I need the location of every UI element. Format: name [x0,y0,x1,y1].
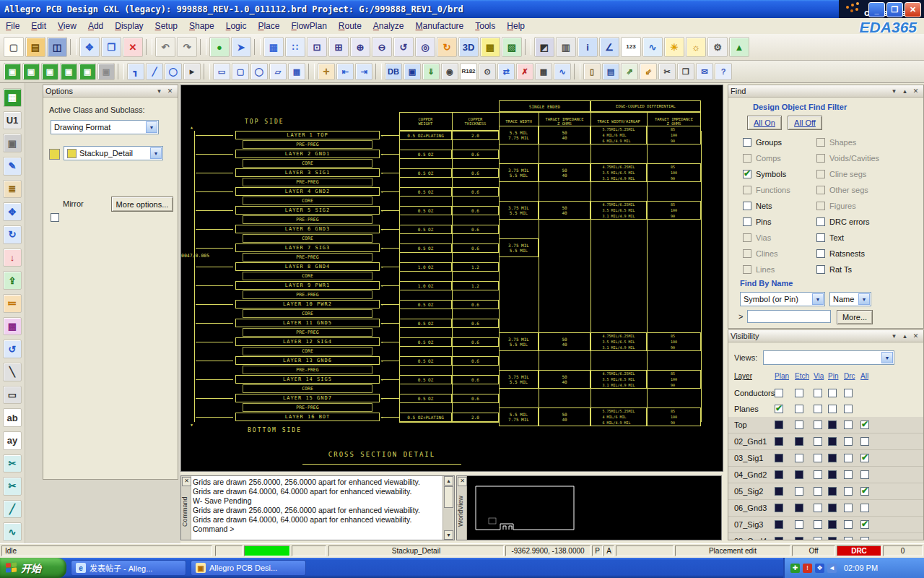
move-vertex-button[interactable]: ✥ [3,202,22,221]
camera-gray-button[interactable]: ▣ [3,134,22,152]
open-drawing-button[interactable]: ▤ [25,37,45,57]
select-tool-button[interactable]: ► [183,63,201,80]
class-dropdown[interactable]: Drawing Format ▼ [51,120,159,134]
menu-tools[interactable]: Tools [469,20,501,33]
close-icon[interactable]: ✕ [182,477,191,486]
spacing-h-button[interactable]: ⇤ [336,63,354,80]
open-board-2-button[interactable]: ▣ [22,63,40,80]
zoom-previous-button[interactable]: ↺ [393,37,414,57]
rect-draw-button[interactable]: ▭ [3,386,22,405]
color-dialog-button[interactable]: ▨ [502,37,522,57]
visibility-checkbox-etch[interactable] [795,470,803,479]
title-bar[interactable]: Allegro PCB Design GXL (legacy): 999888_… [0,0,924,18]
visibility-checkbox-all[interactable] [860,454,869,462]
visibility-checkbox-etch[interactable] [795,405,803,413]
visibility-checkbox-etch[interactable] [795,420,803,429]
visibility-checkbox-via[interactable] [814,537,822,540]
mosaic-colors-button[interactable]: ▩ [3,317,22,336]
column-link-via[interactable]: Via [814,372,824,380]
column-link-all[interactable]: All [860,372,868,380]
probe-tool-button[interactable]: ➤ [231,37,251,57]
all-on-button[interactable]: All On [747,116,782,130]
brightness-button[interactable]: ☼ [686,37,706,57]
property-edit-button[interactable]: ▥ [556,37,576,57]
start-button[interactable]: 开始 [0,558,66,578]
chevron-down-icon[interactable]: ▼ [150,147,162,159]
visibility-checkbox-drc[interactable] [844,487,853,496]
gear-button[interactable]: ⚙ [707,37,728,57]
views-dropdown[interactable]: ▼ [763,350,894,365]
visibility-checkbox-drc[interactable] [844,470,853,479]
scroll-up-icon[interactable]: ▲ [444,476,453,486]
visibility-checkbox-drc[interactable] [844,420,853,429]
remove-tool-button[interactable]: ✗ [516,63,533,80]
mirror-checkbox[interactable] [51,213,59,222]
new-drawing-button[interactable]: ▢ [4,37,24,57]
spacing-gap-button[interactable]: ⇥ [355,63,372,80]
pencil-edit-button[interactable]: ✎ [3,157,22,176]
scroll-thumb[interactable] [444,486,453,508]
visibility-checkbox-pin[interactable] [828,389,837,397]
filter-checkbox-vias[interactable] [743,233,751,242]
maximize-button[interactable]: ❐ [886,2,903,17]
filter-checkbox-text[interactable] [816,233,825,242]
visibility-checkbox-via[interactable] [814,470,822,479]
text-sub-button[interactable]: ay [3,431,22,450]
worldview-panel[interactable]: ✕ WorldView [456,475,722,540]
drc-update-button[interactable]: ▲ [729,37,749,57]
close-icon[interactable]: ✕ [165,86,175,97]
grid-toggle-button[interactable]: ▦ [263,37,284,57]
visibility-checkbox-plan[interactable] [775,537,783,540]
filter-checkbox-shapes[interactable] [816,138,825,147]
chevron-down-icon[interactable]: ▼ [146,121,157,133]
add-circle-button[interactable]: ◯ [165,63,182,80]
add-line-button[interactable]: ╱ [146,63,163,80]
filter-checkbox-ratsnests[interactable] [816,249,825,258]
open-board-1-button[interactable]: ▣ [4,63,21,80]
menu-shape[interactable]: Shape [183,20,220,33]
visibility-checkbox-drc[interactable] [844,405,853,413]
snip-lower-button[interactable]: ✂ [3,477,22,496]
visibility-checkbox-drc[interactable] [844,520,853,529]
visibility-checkbox-via[interactable] [814,454,822,462]
visibility-checkbox-pin[interactable] [828,520,837,529]
share-tool-button[interactable]: ⇪ [3,271,22,290]
taskbar-item[interactable]: e发表帖子 - Alleg... [71,560,186,576]
visibility-checkbox-via[interactable] [814,405,822,413]
board-inactive-button[interactable]: ▣ [97,63,115,80]
undo-button[interactable]: ↶ [155,37,175,57]
signal-probe-button[interactable]: ∿ [554,63,571,80]
menu-display[interactable]: Display [109,20,149,33]
list-tool-button[interactable]: ≔ [3,294,22,313]
filter-checkbox-functions[interactable] [743,186,751,194]
copy-files-button[interactable]: ❐ [677,63,694,80]
menu-setup[interactable]: Setup [149,20,183,33]
visibility-checkbox-pin[interactable] [828,470,837,479]
visibility-checkbox-drc[interactable] [844,437,853,446]
chevron-down-icon[interactable]: ▼ [812,293,824,305]
close-button[interactable]: ✕ [905,2,921,17]
visibility-checkbox-plan[interactable] [775,389,783,397]
shadow-toggle-button[interactable]: ☀ [664,37,684,57]
visibility-checkbox-etch[interactable] [795,454,803,462]
snip-upper-button[interactable]: ✂ [3,454,22,473]
taskbar-item[interactable]: ▣Allegro PCB Desi... [191,560,306,576]
filter-checkbox-drc-errors[interactable] [816,217,825,226]
menu-flowplan[interactable]: FlowPlan [285,20,332,33]
pin-icon[interactable]: ▾ [889,331,899,342]
a-toggle-button[interactable]: A [603,545,614,556]
subclass-dropdown[interactable]: Stackup_Detail ▼ [64,146,163,160]
filter-checkbox-clines[interactable] [743,249,751,258]
save-drawing-button[interactable]: ◫ [47,37,67,57]
via-structure-button[interactable]: ◉ [441,63,458,80]
tray-volume-icon[interactable]: ◄ [827,564,837,573]
find-name-input[interactable] [747,310,831,323]
visibility-checkbox-pin[interactable] [828,437,837,446]
drop-tool-button[interactable]: ↓ [3,249,22,267]
filter-checkbox-lines[interactable] [743,265,751,274]
redo-button[interactable]: ↷ [177,37,197,57]
text-abc-button[interactable]: ab [3,408,22,427]
collapse-icon[interactable]: ▴ [899,331,910,342]
visibility-checkbox-etch[interactable] [795,504,803,512]
swap-tool-button[interactable]: ⇄ [497,63,515,80]
